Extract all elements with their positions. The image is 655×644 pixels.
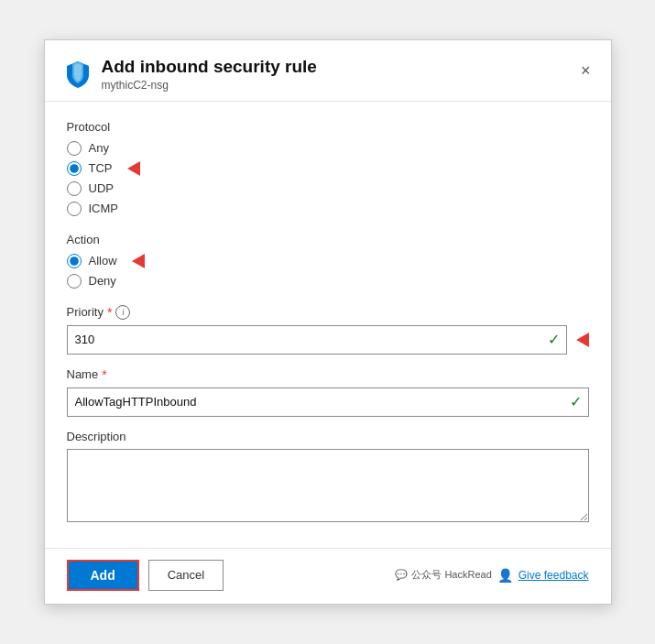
action-allow-option[interactable]: Allow <box>67 254 589 268</box>
close-button[interactable]: × <box>575 59 596 82</box>
action-section: Action Allow Deny <box>67 233 589 289</box>
name-check-icon: ✓ <box>570 393 582 410</box>
protocol-tcp-option[interactable]: TCP <box>67 161 589 176</box>
dialog-title-group: Add inbound security rule mythicC2-nsg <box>102 57 317 92</box>
protocol-icmp-label: ICMP <box>89 202 119 215</box>
action-allow-radio[interactable] <box>67 254 82 268</box>
cancel-button[interactable]: Cancel <box>148 560 224 591</box>
protocol-icmp-radio[interactable] <box>67 202 82 216</box>
priority-input-row: ✓ <box>67 325 589 355</box>
name-required-star: * <box>102 367 106 382</box>
protocol-tcp-radio[interactable] <box>67 161 82 176</box>
description-textarea[interactable] <box>67 449 589 522</box>
protocol-udp-radio[interactable] <box>67 181 82 196</box>
dialog-subtitle: mythicC2-nsg <box>102 79 317 92</box>
name-field-label: Name * <box>67 367 589 382</box>
protocol-icmp-option[interactable]: ICMP <box>67 202 589 216</box>
protocol-radio-group: Any TCP UDP ICMP <box>67 141 589 216</box>
wechat-icon: 💬 <box>395 569 408 581</box>
dialog-title: Add inbound security rule <box>102 57 317 78</box>
action-deny-label: Deny <box>89 274 116 288</box>
protocol-section: Protocol Any TCP UDP ICMP <box>67 120 589 216</box>
allow-arrow-annotation <box>132 254 145 268</box>
shield-icon <box>63 60 93 89</box>
protocol-any-label: Any <box>89 141 109 155</box>
protocol-any-option[interactable]: Any <box>67 141 589 156</box>
name-input-wrapper: ✓ <box>67 387 589 417</box>
add-inbound-security-rule-dialog: Add inbound security rule mythicC2-nsg ×… <box>44 39 612 605</box>
protocol-tcp-label: TCP <box>89 161 113 175</box>
description-field-label: Description <box>67 430 589 443</box>
action-allow-label: Allow <box>89 254 117 267</box>
add-button[interactable]: Add <box>67 560 139 591</box>
protocol-udp-option[interactable]: UDP <box>67 181 589 196</box>
protocol-udp-label: UDP <box>89 181 114 195</box>
action-radio-group: Allow Deny <box>67 254 589 289</box>
footer-right: 💬 公众号 HackRead 👤 Give feedback <box>395 568 588 583</box>
dialog-header: Add inbound security rule mythicC2-nsg × <box>45 40 611 102</box>
priority-required-star: * <box>107 305 112 320</box>
action-deny-option[interactable]: Deny <box>67 274 589 289</box>
dialog-footer: Add Cancel 💬 公众号 HackRead 👤 Give feedbac… <box>45 548 611 604</box>
protocol-label: Protocol <box>67 120 589 134</box>
action-deny-radio[interactable] <box>67 274 82 289</box>
priority-check-icon: ✓ <box>548 331 560 348</box>
dialog-body: Protocol Any TCP UDP ICMP <box>45 102 611 544</box>
protocol-any-radio[interactable] <box>67 141 82 156</box>
description-label-text: Description <box>67 430 126 443</box>
tcp-arrow-annotation <box>127 161 140 176</box>
priority-input-wrapper: ✓ <box>67 325 567 355</box>
priority-arrow-annotation <box>576 333 589 347</box>
wechat-text: 公众号 HackRead <box>411 568 491 582</box>
priority-info-icon[interactable]: i <box>115 305 130 320</box>
feedback-link[interactable]: Give feedback <box>519 569 589 582</box>
wechat-badge: 💬 公众号 HackRead <box>395 568 491 582</box>
priority-field-row: Priority * i ✓ <box>67 305 589 355</box>
name-field-row: Name * ✓ <box>67 367 589 417</box>
description-field-row: Description <box>67 430 589 522</box>
priority-field-label: Priority * i <box>67 305 589 320</box>
priority-input[interactable] <box>67 325 567 355</box>
priority-label-text: Priority <box>67 305 104 319</box>
feedback-icon: 👤 <box>497 568 513 583</box>
name-label-text: Name <box>67 367 99 381</box>
action-label: Action <box>67 233 589 246</box>
name-input[interactable] <box>67 387 589 417</box>
